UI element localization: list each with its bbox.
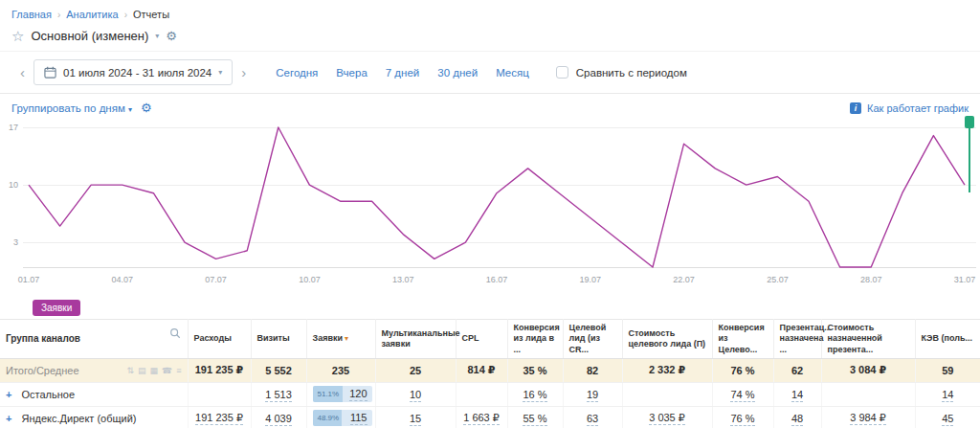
date-controls-row: ‹ 01 июля 2024 - 31 июля 2024 ▾ › Сегодн…	[0, 52, 980, 94]
column-header-conv-target[interactable]: Конверсия из Целево...	[712, 320, 773, 359]
metric-value[interactable]: 4 039	[265, 413, 292, 426]
svg-text:31.07: 31.07	[954, 275, 976, 284]
quick-range-yesterday[interactable]: Вчера	[336, 67, 367, 79]
chevron-down-icon: ▾	[128, 105, 132, 114]
chart-settings-gear-icon[interactable]: ⚙	[141, 101, 152, 114]
how-it-works-label: Как работает график	[867, 102, 969, 114]
next-period-button[interactable]: ›	[233, 65, 255, 79]
table-row-total: Итого/Среднее ⇅ ▤ ▦ ☎ ≡ 191 235 ₽ 5 552 …	[0, 358, 980, 382]
column-header-presentation[interactable]: Презентац... назначена ...	[773, 320, 821, 359]
prev-period-button[interactable]: ‹	[11, 65, 33, 79]
svg-text:01.07: 01.07	[18, 275, 40, 284]
search-icon[interactable]	[169, 327, 181, 339]
expand-row-icon[interactable]: +	[6, 389, 11, 400]
column-header-target-lead[interactable]: Целевой лид (из CR...	[563, 320, 622, 359]
chevron-down-icon[interactable]: ▾	[155, 33, 159, 40]
legend-zayavki[interactable]: Заявки	[33, 300, 80, 316]
report-selector-row: ☆ Основной (изменен) ▾ ⚙	[0, 23, 980, 52]
date-range-label: 01 июля 2024 - 31 июля 2024	[63, 67, 212, 79]
metric-value[interactable]: 45	[942, 413, 953, 426]
metric-value[interactable]: 3 035 ₽	[649, 412, 685, 425]
quick-ranges: Сегодня Вчера 7 дней 30 дней Месяц	[276, 67, 529, 79]
column-header-target-lead-cost[interactable]: Стоимость целевого лида (П)	[622, 320, 712, 359]
leads-share-percent: 48.9%	[318, 414, 340, 422]
chart-view-icon[interactable]: ▤	[138, 366, 146, 375]
total-leads: 235	[306, 358, 375, 382]
breadcrumb-home[interactable]: Главная	[11, 9, 52, 20]
compare-period-label: Сравнить с периодом	[576, 67, 687, 79]
metric-value[interactable]: 10	[410, 389, 421, 402]
leads-share-percent: 51.1%	[318, 390, 340, 398]
info-icon: i	[850, 102, 861, 114]
metric-value[interactable]: 55 %	[523, 413, 546, 426]
group-by-label: Группировать по дням	[11, 102, 125, 114]
quick-range-month[interactable]: Месяц	[496, 67, 529, 79]
compare-period-checkbox[interactable]	[556, 66, 568, 79]
chevron-down-icon: ▾	[218, 69, 222, 77]
metric-value[interactable]: 76 %	[730, 413, 754, 426]
total-presentation: 62	[773, 358, 821, 382]
svg-text:3: 3	[13, 237, 18, 247]
column-header-presentation-cost[interactable]: Стоимость назначенной презента...	[821, 320, 915, 359]
leads-share-badge[interactable]: 51.1% 120	[313, 386, 372, 402]
chart-range-handle[interactable]	[965, 116, 974, 128]
metric-value[interactable]: 3 984 ₽	[850, 412, 886, 425]
metric-value[interactable]: 120	[349, 388, 367, 401]
column-header-conv-lead[interactable]: Конверсия из лида в ...	[507, 320, 563, 359]
total-row-label: Итого/Среднее	[6, 365, 79, 376]
metric-value[interactable]: 15	[410, 413, 421, 426]
group-by-dropdown[interactable]: Группировать по дням ▾	[11, 102, 132, 114]
table-row-yandex-direct: + Яндекс.Директ (общий) 191 235 ₽ 4 039 …	[0, 406, 980, 428]
metric-value[interactable]: 191 235 ₽	[195, 412, 243, 425]
total-kev: 59	[915, 358, 980, 382]
chart-toolbar: Группировать по дням ▾ ⚙ i Как работает …	[0, 94, 980, 114]
column-header-channel-group[interactable]: Группа каналов	[0, 320, 188, 359]
column-header-expenses[interactable]: Расходы	[188, 320, 251, 359]
breadcrumb-separator-icon: ›	[57, 10, 60, 20]
series-line-zayavki[interactable]	[29, 127, 965, 267]
quick-range-7days[interactable]: 7 дней	[386, 67, 419, 79]
metric-value[interactable]: 14	[791, 389, 803, 402]
report-settings-gear-icon[interactable]: ⚙	[166, 30, 177, 42]
metric-value[interactable]: 1 513	[265, 389, 292, 402]
expand-row-icon[interactable]: +	[6, 413, 11, 424]
metric-value[interactable]: 48	[791, 413, 803, 426]
column-header-visits[interactable]: Визиты	[251, 320, 306, 359]
total-multichannel: 25	[375, 358, 456, 382]
total-visits: 5 552	[251, 358, 306, 382]
breadcrumb-analytics[interactable]: Аналитика	[66, 9, 118, 20]
leads-share-badge[interactable]: 48.9% 115	[313, 410, 372, 426]
metric-value[interactable]: 19	[587, 389, 598, 402]
metric-value[interactable]: 63	[587, 413, 598, 426]
total-cpl: 814 ₽	[456, 358, 507, 382]
sort-rows-icon[interactable]: ⇅	[126, 366, 134, 375]
chart[interactable]: 3101701.0704.0707.0710.0713.0716.0719.07…	[0, 114, 980, 296]
metric-value[interactable]: 74 %	[730, 389, 754, 402]
how-it-works-link[interactable]: i Как работает график	[850, 102, 969, 114]
table-view-icon[interactable]: ▦	[150, 366, 159, 375]
svg-text:13.07: 13.07	[392, 275, 414, 284]
table-header-row: Группа каналов Расходы Визиты Заявки▾ Му…	[0, 320, 980, 359]
svg-text:10: 10	[9, 180, 18, 190]
metric-value[interactable]: 1 663 ₽	[463, 412, 500, 425]
metric-value[interactable]: 14	[942, 389, 953, 402]
quick-range-30days[interactable]: 30 дней	[437, 67, 478, 79]
calls-icon[interactable]: ☎	[162, 366, 172, 375]
quick-range-today[interactable]: Сегодня	[276, 67, 318, 79]
svg-text:04.07: 04.07	[112, 275, 134, 284]
channels-table: Группа каналов Расходы Визиты Заявки▾ Му…	[0, 319, 980, 428]
column-header-multichannel[interactable]: Мультиканальные заявки	[375, 320, 456, 359]
metric-value[interactable]: 115	[350, 412, 368, 425]
calendar-icon	[44, 66, 56, 79]
favorite-star-icon[interactable]: ☆	[11, 29, 24, 43]
report-name-dropdown[interactable]: Основной (изменен)	[31, 29, 148, 43]
column-header-leads[interactable]: Заявки▾	[306, 320, 375, 359]
column-header-cpl[interactable]: CPL	[456, 320, 507, 359]
menu-icon[interactable]: ≡	[176, 366, 181, 375]
total-row-actions: ⇅ ▤ ▦ ☎ ≡	[126, 366, 181, 375]
breadcrumb-current: Отчеты	[133, 9, 169, 20]
svg-text:19.07: 19.07	[580, 275, 602, 284]
metric-value[interactable]: 16 %	[523, 389, 546, 402]
column-header-kev[interactable]: КЭВ (поль...	[915, 320, 980, 359]
date-range-picker[interactable]: 01 июля 2024 - 31 июля 2024 ▾	[33, 59, 233, 85]
